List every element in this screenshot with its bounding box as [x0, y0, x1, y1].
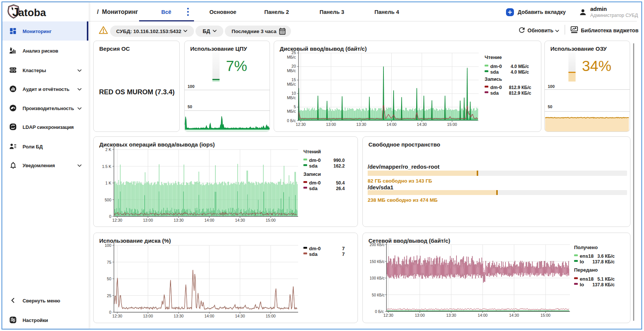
svg-text:25: 25: [107, 293, 111, 298]
svg-text:sda: sda: [309, 163, 318, 169]
svg-text:0: 0: [109, 310, 111, 314]
svg-text:14:30: 14:30: [417, 122, 427, 127]
svg-text:lo: lo: [580, 282, 584, 287]
svg-text:200 КБ/с: 200 КБ/с: [370, 243, 385, 247]
svg-text:МБ/с: МБ/с: [287, 55, 296, 59]
svg-text:Передано: Передано: [574, 267, 598, 273]
svg-text:13:30: 13:30: [356, 122, 366, 127]
svg-text:15: 15: [291, 77, 296, 82]
svg-text:500: 500: [105, 198, 111, 202]
svg-text:Получено: Получено: [574, 245, 598, 250]
svg-text:sda: sda: [309, 186, 318, 191]
svg-text:50 КБ/с: 50 КБ/с: [372, 293, 385, 297]
svg-text:МБ/с: МБ/с: [287, 82, 296, 86]
svg-text:1 K: 1 K: [105, 181, 111, 185]
svg-text:МБ/с: МБ/с: [287, 68, 296, 73]
svg-text:atoba: atoba: [18, 7, 46, 18]
svg-text:15:00: 15:00: [266, 218, 276, 222]
svg-text:14:00: 14:00: [205, 218, 214, 222]
svg-text:12:30: 12:30: [383, 313, 393, 317]
svg-text:ens18: ens18: [580, 253, 594, 259]
svg-text:0 Б/с: 0 Б/с: [287, 118, 296, 123]
svg-text:14:30: 14:30: [235, 314, 245, 318]
svg-text:100: 100: [105, 243, 111, 248]
svg-text:13:00: 13:00: [326, 122, 336, 127]
svg-text:14:00: 14:00: [478, 313, 488, 317]
svg-text:13:00: 13:00: [143, 314, 153, 318]
svg-text:1.5 K: 1.5 K: [102, 164, 111, 169]
svg-text:15:00: 15:00: [266, 314, 276, 318]
svg-text:7: 7: [342, 251, 345, 257]
svg-text:4.0 МБ/с: 4.0 МБ/с: [511, 64, 529, 69]
svg-text:5: 5: [294, 104, 296, 109]
svg-text:МБ/с: МБ/с: [287, 109, 296, 113]
svg-text:0: 0: [109, 214, 111, 219]
svg-text:137.8 КБ/с: 137.8 КБ/с: [592, 259, 615, 264]
svg-text:14:30: 14:30: [509, 313, 519, 317]
svg-text:13:30: 13:30: [174, 314, 183, 318]
svg-text:12:30: 12:30: [112, 314, 122, 318]
svg-text:14:00: 14:00: [205, 314, 214, 318]
svg-text:14:30: 14:30: [235, 218, 245, 222]
svg-text:Чтение: Чтение: [485, 54, 502, 60]
svg-text:dm-0: dm-0: [490, 85, 502, 90]
svg-text:812.9 КБ/с: 812.9 КБ/с: [509, 85, 532, 90]
svg-text:5.1 КБ/с: 5.1 КБ/с: [597, 277, 615, 282]
svg-text:dm-0: dm-0: [309, 246, 321, 251]
svg-text:МБ/с: МБ/с: [287, 95, 296, 100]
svg-text:13:30: 13:30: [174, 218, 183, 222]
svg-text:137.8 КБ/с: 137.8 КБ/с: [592, 282, 615, 287]
svg-text:12:30: 12:30: [296, 122, 306, 127]
svg-text:15:00: 15:00: [447, 122, 457, 127]
svg-text:sda: sda: [309, 251, 318, 257]
svg-text:990.0: 990.0: [333, 158, 345, 163]
svg-text:150 КБ/с: 150 КБ/с: [370, 260, 385, 264]
svg-text:Чтений: Чтений: [303, 149, 321, 154]
svg-text:13:30: 13:30: [446, 313, 456, 317]
svg-text:J: J: [12, 5, 19, 19]
svg-text:dm-0: dm-0: [309, 157, 321, 163]
svg-text:ens18: ens18: [580, 276, 594, 282]
svg-text:Записи: Записи: [303, 171, 321, 177]
svg-text:7: 7: [342, 246, 345, 251]
svg-text:162.2: 162.2: [333, 163, 345, 169]
svg-text:4.0 МБ/с: 4.0 МБ/с: [511, 70, 529, 75]
svg-text:812.9 КБ/с: 812.9 КБ/с: [509, 91, 532, 96]
svg-text:25: 25: [291, 50, 296, 55]
svg-text:15:00: 15:00: [541, 313, 550, 317]
svg-text:75: 75: [107, 260, 111, 264]
svg-text:14:00: 14:00: [386, 122, 396, 127]
svg-text:lo: lo: [580, 259, 584, 264]
svg-text:13:00: 13:00: [415, 313, 424, 317]
svg-text:sda: sda: [490, 69, 499, 75]
svg-text:100 КБ/с: 100 КБ/с: [370, 276, 385, 280]
svg-text:3.6 КБ/с: 3.6 КБ/с: [597, 254, 615, 259]
svg-text:dm-0: dm-0: [309, 180, 321, 186]
svg-text:sda: sda: [490, 90, 499, 96]
svg-text:12:30: 12:30: [112, 218, 122, 222]
svg-text:50.4: 50.4: [336, 180, 345, 186]
svg-text:dm-0: dm-0: [490, 63, 502, 69]
svg-text:13:00: 13:00: [143, 218, 153, 222]
svg-text:10: 10: [291, 91, 296, 95]
svg-text:26.4: 26.4: [336, 186, 345, 191]
svg-text:50: 50: [107, 277, 111, 281]
svg-text:2 K: 2 K: [105, 147, 111, 152]
svg-text:Запись: Запись: [485, 76, 502, 82]
svg-text:0 Б/с: 0 Б/с: [375, 309, 384, 314]
svg-text:20: 20: [291, 64, 296, 68]
